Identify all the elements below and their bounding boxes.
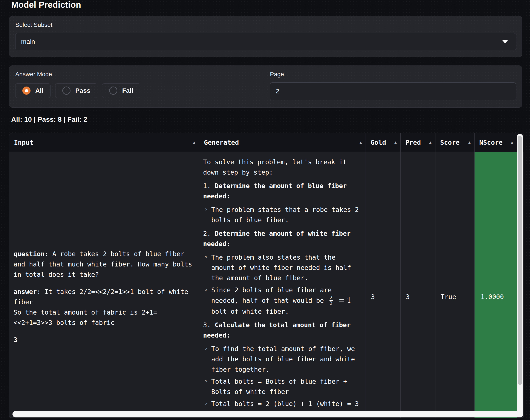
subset-label: Select Subset <box>15 21 516 28</box>
chevron-down-icon <box>502 40 508 43</box>
step-heading: 1. Determine the amount of blue fiber ne… <box>203 181 363 201</box>
sort-asc-icon: ▲ <box>359 140 362 145</box>
bullet-icon: ◦ <box>204 399 208 409</box>
fraction: 22 <box>329 295 333 306</box>
column-header-label: Input <box>14 139 33 146</box>
answer-mode-radio-group: All Pass Fail <box>15 83 261 98</box>
answer-mode-label: Answer Mode <box>15 71 261 78</box>
page-input[interactable] <box>270 83 516 100</box>
controls-card: Answer Mode All Pass Fail <box>9 66 522 108</box>
column-header-pred[interactable]: Pred ▲ <box>400 133 435 152</box>
bullet-text: Total bolts = Bolts of blue fiber + Bolt… <box>211 378 347 395</box>
column-header-label: Pred <box>405 139 421 146</box>
radio-option-all[interactable]: All <box>15 83 50 98</box>
subset-card: Select Subset main <box>9 16 522 57</box>
page-title: Model Prediction <box>11 0 81 10</box>
answer-mode-group: Answer Mode All Pass Fail <box>15 71 261 100</box>
sort-asc-icon: ▲ <box>429 140 432 145</box>
fraction-denominator: 2 <box>329 300 333 306</box>
answer-paragraph: answer: It takes 2/2=<<2/2=1>>1 bolt of … <box>14 287 195 328</box>
list-item: ◦ The problem also states that the amoun… <box>203 252 363 283</box>
column-header-generated[interactable]: Generated ▲ <box>199 133 366 152</box>
sort-asc-icon: ▲ <box>193 140 196 145</box>
bullet-list: ◦ The problem also states that the amoun… <box>203 252 363 317</box>
radio-option-fail[interactable]: Fail <box>102 83 140 98</box>
bullet-icon: ◦ <box>204 344 208 354</box>
step-heading: 2. Determine the amount of white fiber n… <box>203 228 363 249</box>
step-title: Calculate the total amount of fiber need… <box>203 321 351 339</box>
bullet-icon: ◦ <box>204 252 208 263</box>
bullet-text: bolt of white fiber. <box>211 308 289 315</box>
page-label: Page <box>270 71 516 78</box>
bullet-text: To find the total amount of fiber, we ad… <box>211 345 355 373</box>
radio-button-all[interactable] <box>22 86 30 95</box>
bullet-icon: ◦ <box>204 285 208 295</box>
bullet-icon: ◦ <box>204 377 208 387</box>
list-item: ◦ Total bolts = Bolts of blue fiber + Bo… <box>203 377 363 397</box>
final-answer: 3 <box>14 335 195 345</box>
question-paragraph: question: A robe takes 2 bolts of blue f… <box>14 249 195 280</box>
final-answer-value: 3 <box>14 336 17 344</box>
list-item: ◦ Since 2 bolts of blue fiber are needed… <box>203 285 363 317</box>
column-header-gold[interactable]: Gold ▲ <box>366 133 400 152</box>
radio-label-pass: Pass <box>75 87 90 94</box>
radio-option-pass[interactable]: Pass <box>55 83 97 98</box>
column-header-label: Generated <box>204 139 239 146</box>
answer-label: answer <box>14 288 37 295</box>
fraction-numerator: 2 <box>329 295 333 300</box>
list-item: ◦ To find the total amount of fiber, we … <box>203 344 363 375</box>
radio-button-fail[interactable] <box>109 86 117 95</box>
bullet-text: The problem states that a robe takes 2 b… <box>211 206 359 224</box>
page-group: Page <box>270 71 516 100</box>
fraction-equals: = 1 <box>339 296 351 305</box>
radio-label-fail: Fail <box>122 87 133 94</box>
column-header-input[interactable]: Input ▲ <box>9 133 199 152</box>
column-header-label: NScore <box>479 139 502 146</box>
generated-intro: To solve this problem, let's break it do… <box>203 157 363 178</box>
table-row: question: A robe takes 2 bolts of blue f… <box>9 152 524 418</box>
radio-label-all: All <box>35 87 44 94</box>
step-number: 1. <box>203 182 211 190</box>
bullet-list: ◦ The problem states that a robe takes 2… <box>203 205 363 225</box>
radio-dot <box>25 89 28 92</box>
subset-select[interactable]: main <box>15 33 516 50</box>
column-header-score[interactable]: Score ▲ <box>435 133 474 152</box>
sort-asc-icon: ▲ <box>394 140 397 145</box>
answer-line2: So the total amount of fabric is 2+1=<<2… <box>14 308 157 326</box>
vertical-scrollbar-thumb[interactable] <box>518 136 522 385</box>
column-header-label: Gold <box>370 139 386 146</box>
subset-select-value: main <box>21 38 35 45</box>
results-table: Input ▲ Generated ▲ Gold ▲ Pred ▲ Score … <box>9 133 524 418</box>
table-header-row: Input ▲ Generated ▲ Gold ▲ Pred ▲ Score … <box>9 133 524 152</box>
step-number: 2. <box>203 230 211 237</box>
bullet-text: Since 2 bolts of blue fiber are needed, … <box>211 286 332 304</box>
cell-gold: 3 <box>366 152 400 418</box>
sort-asc-icon: ▲ <box>468 140 471 145</box>
app-screen: Model Prediction Select Subset main Answ… <box>0 0 530 420</box>
step-number: 3. <box>203 321 211 329</box>
question-label: question <box>14 250 45 258</box>
horizontal-scrollbar[interactable] <box>13 411 523 418</box>
step-heading: 3. Calculate the total amount of fiber n… <box>203 320 363 341</box>
answer-line1: : It takes 2/2=<<2/2=1>>1 bolt of white … <box>14 288 188 306</box>
bullet-list: ◦ To find the total amount of fiber, we … <box>203 344 363 418</box>
step-title: Determine the amount of blue fiber neede… <box>203 182 347 200</box>
column-header-label: Score <box>440 139 459 146</box>
cell-nscore: 1.0000 <box>474 152 517 418</box>
bullet-icon: ◦ <box>204 205 208 215</box>
step-title: Determine the amount of white fiber need… <box>203 230 351 248</box>
sort-asc-icon: ▲ <box>511 140 514 145</box>
list-item: ◦ The problem states that a robe takes 2… <box>203 205 363 225</box>
cell-input: question: A robe takes 2 bolts of blue f… <box>9 152 199 418</box>
cell-generated: To solve this problem, let's break it do… <box>199 152 366 418</box>
stats-text: All: 10 | Pass: 8 | Fail: 2 <box>11 115 87 124</box>
cell-score: True <box>435 152 474 418</box>
cell-pred: 3 <box>400 152 435 418</box>
radio-button-pass[interactable] <box>62 86 71 95</box>
bullet-text: The problem also states that the amount … <box>211 253 351 282</box>
column-header-nscore[interactable]: NScore ▲ <box>474 133 517 152</box>
